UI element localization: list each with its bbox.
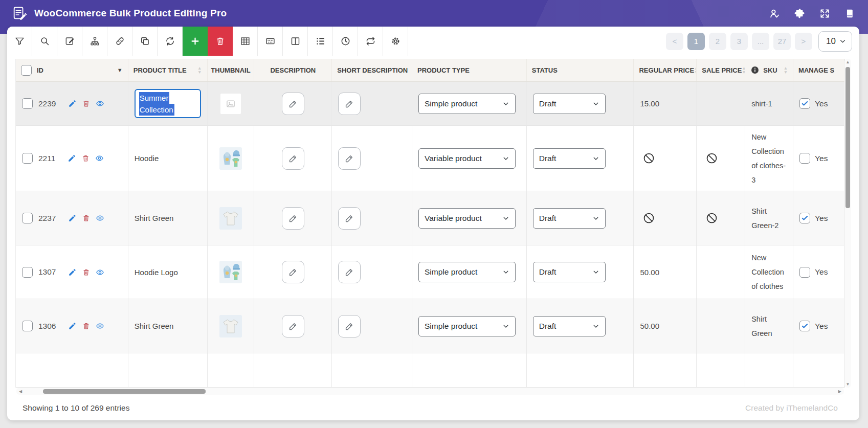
fullscreen-icon[interactable] — [819, 8, 831, 19]
view-eye-icon[interactable] — [96, 99, 104, 108]
toolbar-sync-button[interactable] — [358, 27, 383, 56]
select-all-checkbox[interactable] — [21, 65, 32, 76]
toolbar-delete-button[interactable] — [208, 27, 233, 56]
column-header-sku[interactable]: SKU▲▼ — [745, 59, 793, 81]
row-select-checkbox[interactable] — [22, 98, 33, 109]
horizontal-scrollbar-thumb[interactable] — [43, 389, 206, 394]
scroll-left-arrow[interactable]: ◀ — [19, 389, 22, 394]
page-3-button[interactable]: 3 — [730, 33, 748, 50]
edit-description-button[interactable] — [282, 147, 304, 170]
edit-description-button[interactable] — [282, 207, 304, 230]
pencil-icon — [288, 267, 298, 277]
keyboard-icon — [265, 36, 276, 47]
manage-stock-checkbox[interactable] — [799, 321, 810, 331]
next-page-button[interactable]: > — [795, 33, 812, 50]
page-size-select[interactable]: 10 — [818, 31, 852, 52]
table-footer: Showing 1 to 10 of 269 entries Created b… — [7, 396, 859, 420]
column-header-rprice[interactable]: REGULAR PRICE▲▼ — [634, 59, 697, 81]
view-eye-icon[interactable] — [96, 268, 104, 277]
edit-pencil-icon[interactable] — [68, 154, 76, 163]
manage-stock-checkbox[interactable] — [799, 267, 810, 278]
manage-stock-checkbox[interactable] — [799, 98, 810, 109]
product-type-select[interactable]: Simple product — [418, 316, 516, 336]
vertical-scrollbar-thumb[interactable] — [845, 67, 850, 208]
edit-short-description-button[interactable] — [338, 93, 361, 115]
prev-page-button[interactable]: < — [666, 33, 683, 50]
view-eye-icon[interactable] — [96, 322, 104, 330]
product-type-select[interactable]: Simple product — [418, 94, 516, 114]
toolbar-bulk-edit-button[interactable] — [57, 27, 82, 56]
edit-description-button[interactable] — [282, 93, 304, 115]
page-1-button[interactable]: 1 — [687, 33, 705, 50]
view-eye-icon[interactable] — [96, 214, 104, 222]
chevron-down-icon — [502, 100, 509, 107]
delete-trash-icon[interactable] — [81, 154, 90, 163]
page-27-button[interactable]: 27 — [773, 33, 791, 50]
scroll-down-arrow[interactable]: ▼ — [844, 382, 851, 387]
manage-stock-checkbox[interactable] — [799, 213, 810, 223]
edit-short-description-button[interactable] — [338, 315, 361, 337]
toolbar-settings-button[interactable] — [383, 27, 408, 56]
delete-trash-icon[interactable] — [82, 268, 91, 277]
edit-pencil-icon[interactable] — [68, 99, 77, 108]
image-placeholder-icon — [226, 99, 236, 109]
product-thumbnail[interactable] — [219, 315, 242, 337]
toolbar-list-button[interactable] — [308, 27, 333, 56]
user-check-icon[interactable] — [769, 8, 781, 19]
row-select-checkbox[interactable] — [22, 153, 33, 164]
edit-short-description-button[interactable] — [338, 147, 361, 170]
status-select[interactable]: Draft — [533, 148, 606, 169]
edit-short-description-button[interactable] — [338, 261, 361, 283]
manage-stock-checkbox[interactable] — [799, 153, 810, 164]
product-title-input[interactable]: SummerCollection — [135, 89, 201, 118]
toolbar-columns-button[interactable] — [283, 27, 308, 56]
cell-status: Draft — [527, 299, 634, 353]
toolbar-tree-button[interactable] — [82, 27, 107, 56]
product-type-select[interactable]: Variable product — [418, 208, 516, 229]
vertical-scrollbar[interactable]: ▲ ▼ — [844, 59, 851, 388]
row-select-checkbox[interactable] — [22, 321, 33, 331]
delete-trash-icon[interactable] — [82, 322, 91, 330]
product-type-select[interactable]: Simple product — [418, 262, 516, 282]
toolbar-link-button[interactable] — [107, 27, 132, 56]
edit-description-button[interactable] — [282, 315, 304, 337]
toolbar-history-button[interactable] — [333, 27, 358, 56]
toolbar-refresh-button[interactable] — [158, 27, 183, 56]
status-select[interactable]: Draft — [533, 208, 606, 229]
thumbnail-placeholder[interactable] — [220, 94, 241, 114]
view-eye-icon[interactable] — [95, 154, 104, 163]
toolbar-filter-button[interactable] — [7, 27, 32, 56]
edit-short-description-button[interactable] — [338, 207, 361, 230]
status-select[interactable]: Draft — [533, 94, 606, 114]
toolbar-keyboard-button[interactable] — [258, 27, 283, 56]
toolbar-add-button[interactable] — [183, 27, 208, 56]
status-select[interactable]: Draft — [533, 262, 606, 282]
product-thumbnail[interactable] — [219, 207, 242, 230]
product-thumbnail[interactable] — [219, 147, 242, 170]
puzzle-icon[interactable] — [794, 8, 806, 19]
edit-description-button[interactable] — [282, 261, 304, 283]
cell-id: 2211 — [16, 126, 128, 191]
status-select[interactable]: Draft — [533, 316, 606, 336]
book-icon[interactable] — [844, 8, 856, 19]
delete-trash-icon[interactable] — [82, 99, 91, 108]
column-header-id[interactable]: ID▼ — [16, 59, 128, 81]
page-ellipsis-button[interactable]: ... — [752, 33, 769, 50]
toolbar-table-button[interactable] — [233, 27, 258, 56]
edit-pencil-icon[interactable] — [68, 268, 77, 277]
row-select-checkbox[interactable] — [22, 213, 33, 223]
scroll-right-arrow[interactable]: ▶ — [838, 389, 841, 394]
row-select-checkbox[interactable] — [22, 267, 33, 278]
delete-trash-icon[interactable] — [82, 214, 91, 222]
horizontal-scrollbar[interactable]: ◀ ▶ — [16, 388, 844, 395]
toolbar-duplicate-button[interactable] — [132, 27, 158, 56]
product-thumbnail[interactable] — [219, 261, 242, 283]
page-2-button[interactable]: 2 — [709, 33, 726, 50]
column-header-title[interactable]: PRODUCT TITLE▲▼ — [128, 59, 208, 81]
edit-pencil-icon[interactable] — [68, 322, 77, 330]
product-type-select[interactable]: Variable product — [418, 148, 516, 169]
edit-pencil-icon[interactable] — [68, 214, 77, 222]
toolbar-search-button[interactable] — [32, 27, 57, 56]
column-header-sprice[interactable]: SALE PRICE▲▼ — [697, 59, 745, 81]
scroll-up-arrow[interactable]: ▲ — [844, 60, 851, 64]
